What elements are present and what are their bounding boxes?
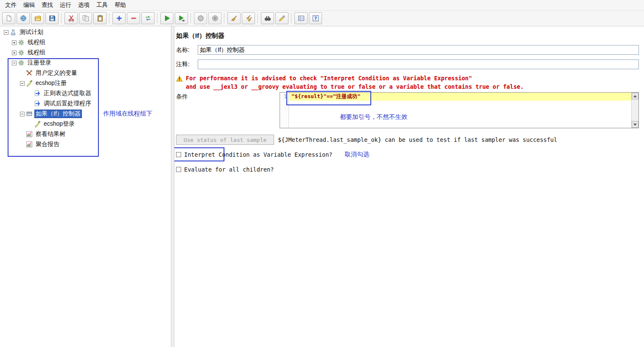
toolbar-search-reset-button[interactable] (275, 12, 288, 24)
menu-tools[interactable]: 工具 (93, 0, 111, 10)
tree-item-ecshop-register[interactable]: −ecshop注册 (0, 78, 171, 88)
tree-item-test-plan[interactable]: −测试计划 (0, 27, 171, 37)
toolbar-clear-button[interactable] (227, 12, 241, 24)
toolbar-search-button[interactable] (261, 12, 274, 24)
sampler-icon (26, 80, 33, 87)
toolbar-paste-button[interactable] (93, 12, 106, 24)
tree-item-register-login-group[interactable]: −注册登录 (0, 58, 171, 68)
warning-line-1: For performance it is advised to check "… (186, 74, 524, 82)
editor-scrollbar[interactable] (631, 93, 638, 128)
tree-item-label: ecshop注册 (34, 79, 68, 87)
toolbar-expand-all-button[interactable] (112, 12, 126, 24)
toolbar-separator (109, 13, 110, 23)
copy-icon (82, 15, 89, 22)
shutdown-icon (212, 15, 218, 22)
tree-item-debug-postprocessor[interactable]: 调试后置处理程序 (0, 99, 171, 109)
interpret-condition-checkbox[interactable] (176, 152, 181, 157)
toolbar-help-button[interactable]: ? (309, 12, 322, 24)
menu-bar: 文件编辑查找运行选项工具帮助 (0, 0, 644, 11)
toolbar-start-no-timers-button[interactable] (175, 12, 188, 24)
comment-input[interactable] (198, 59, 639, 69)
search-reset-icon (279, 15, 286, 22)
toolbar-separator (258, 13, 258, 23)
use-status-button[interactable]: Use status of last sample (176, 135, 274, 145)
panel-title: 如果（If）控制器 (176, 32, 224, 40)
toolbar-function-helper-button[interactable] (294, 12, 308, 24)
toolbar-new-file-button[interactable] (2, 12, 15, 24)
clear-icon (231, 15, 238, 22)
collapse-all-icon (130, 15, 137, 22)
gear-icon (18, 49, 25, 56)
clear-all-icon (245, 15, 252, 22)
new-file-icon (6, 15, 12, 22)
condition-text-area[interactable]: "${result}"=="注册成功" 都要加引号，不然不生效 (289, 93, 631, 128)
toolbar-templates-button[interactable] (17, 12, 30, 24)
toolbar-save-button[interactable] (45, 12, 59, 24)
toggle-icon (145, 15, 151, 22)
tree-item-regex-extractor[interactable]: 正则表达式提取器 (0, 88, 171, 99)
test-plan-icon (10, 29, 17, 36)
condition-label: 条件 (176, 93, 188, 101)
expander-plus-icon[interactable]: + (11, 40, 18, 45)
paste-icon (97, 15, 104, 22)
tree-panel: −测试计划+线程组+线程组−注册登录用户定义的变量−ecshop注册正则表达式提… (0, 26, 171, 347)
toolbar: ? (0, 11, 644, 26)
uncheck-note: 取消勾选 (345, 150, 370, 158)
menu-edit[interactable]: 编辑 (20, 0, 38, 10)
toolbar-collapse-all-button[interactable] (127, 12, 140, 24)
menu-help[interactable]: 帮助 (111, 0, 129, 10)
arrow-doc-icon (34, 100, 41, 107)
tree-item-label: 如果（If）控制器 (34, 110, 82, 118)
controller-icon (26, 110, 33, 117)
tree-item-view-results-tree[interactable]: 察看结果树 (0, 129, 171, 139)
menu-search[interactable]: 查找 (38, 0, 56, 10)
name-input[interactable] (198, 45, 639, 55)
evaluate-children-checkbox[interactable] (176, 167, 181, 172)
toolbar-toggle-button[interactable] (141, 12, 154, 24)
tree-item-label: 线程组 (26, 38, 47, 47)
evaluate-children-row: Evaluate for all children? (176, 166, 274, 173)
tree-item-thread-group-2[interactable]: +线程组 (0, 48, 171, 58)
expander-plus-icon[interactable]: + (11, 51, 18, 55)
tree-item-label: 线程组 (26, 48, 47, 57)
tree-item-user-defined-variables[interactable]: 用户定义的变量 (0, 68, 171, 78)
tree-item-thread-group-1[interactable]: +线程组 (0, 37, 171, 48)
scroll-down-button[interactable] (632, 121, 638, 128)
menu-options[interactable]: 选项 (75, 0, 93, 10)
gear-icon (18, 39, 25, 46)
toolbar-copy-button[interactable] (79, 12, 92, 24)
scroll-up-button[interactable] (632, 93, 638, 99)
chart-icon (26, 141, 33, 148)
condition-editor[interactable]: 1 "${result}"=="注册成功" 都要加引号，不然不生效 (280, 92, 639, 128)
toolbar-clear-all-button[interactable] (242, 12, 255, 24)
menu-run[interactable]: 运行 (56, 0, 75, 10)
gear-icon (18, 59, 25, 66)
toolbar-start-button[interactable] (160, 12, 174, 24)
toolbar-shutdown-button[interactable] (208, 12, 221, 24)
status-hint: ${JMeterThread.last_sample_ok} can be us… (278, 136, 557, 143)
tree-list: −测试计划+线程组+线程组−注册登录用户定义的变量−ecshop注册正则表达式提… (0, 26, 171, 150)
tree-item-aggregate-report[interactable]: 聚合报告 (0, 139, 171, 150)
expander-minus-icon[interactable]: − (3, 30, 10, 35)
jmeter-window: 文件编辑查找运行选项工具帮助 ? −测试计划+线程组+线程组−注册登录用户定义的… (0, 0, 644, 347)
tree-item-ecshop-login[interactable]: ecshop登录 (0, 119, 171, 129)
tree-item-label: 用户定义的变量 (34, 69, 78, 77)
status-row: Use status of last sample ${JMeterThread… (176, 135, 557, 145)
splitpane-divider[interactable] (171, 26, 174, 347)
menu-file[interactable]: 文件 (2, 0, 20, 10)
sampler-icon (34, 121, 41, 127)
expander-minus-icon[interactable]: − (19, 81, 26, 86)
expander-minus-icon[interactable]: − (11, 61, 18, 65)
scope-note: 作用域在线程组下 (103, 110, 152, 118)
line-number: 1 (280, 93, 287, 99)
condition-current-line: "${result}"=="注册成功" (289, 93, 631, 101)
toolbar-stop-button[interactable] (194, 12, 207, 24)
triangle-up-icon (633, 95, 637, 97)
warning-icon (176, 75, 183, 82)
toolbar-separator (190, 13, 191, 23)
toolbar-cut-button[interactable] (64, 12, 78, 24)
open-file-icon (34, 15, 41, 22)
expander-minus-icon[interactable]: − (19, 112, 26, 116)
toolbar-separator (224, 13, 225, 23)
toolbar-open-file-button[interactable] (31, 12, 44, 24)
